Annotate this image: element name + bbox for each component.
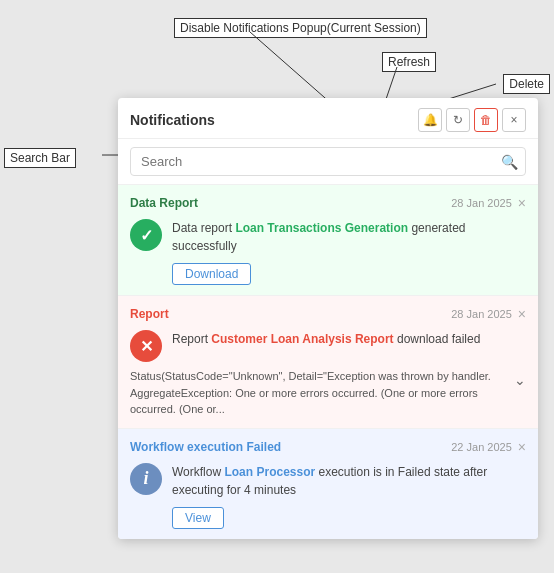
search-input-wrap: 🔍 xyxy=(130,147,526,176)
notif-detail-row: Status(StatusCode="Unknown", Detail="Exc… xyxy=(130,368,526,418)
notif-category-info: Workflow execution Failed xyxy=(130,440,281,454)
notif-header-success: Data Report 28 Jan 2025 × xyxy=(130,195,526,211)
delete-button[interactable]: 🗑 xyxy=(474,108,498,132)
notif-category-error: Report xyxy=(130,307,169,321)
refresh-button[interactable]: ↻ xyxy=(446,108,470,132)
notif-detail-text: Status(StatusCode="Unknown", Detail="Exc… xyxy=(130,368,514,418)
notif-body-info: i Workflow Loan Processor execution is i… xyxy=(130,463,526,529)
notif-highlight-info: Loan Processor xyxy=(224,465,315,479)
notif-content-success: Data report Loan Transactions Generation… xyxy=(172,219,526,285)
annotation-search-bar: Search Bar xyxy=(4,148,76,168)
notif-body-success: ✓ Data report Loan Transactions Generati… xyxy=(130,219,526,285)
notif-icon-info: i xyxy=(130,463,162,495)
search-icon: 🔍 xyxy=(501,154,518,170)
annotation-disable-popup: Disable Notifications Popup(Current Sess… xyxy=(174,18,427,38)
notif-highlight-error: Customer Loan Analysis Report xyxy=(211,332,393,346)
panel-header: Notifications 🔔 ↻ 🗑 × xyxy=(118,98,538,139)
download-button[interactable]: Download xyxy=(172,263,251,285)
notif-body-error: ✕ Report Customer Loan Analysis Report d… xyxy=(130,330,526,362)
annotation-refresh: Refresh xyxy=(382,52,436,72)
notif-close-info[interactable]: × xyxy=(518,439,526,455)
notif-actions-success: Download xyxy=(172,263,526,285)
close-button[interactable]: × xyxy=(502,108,526,132)
notif-text-info: Workflow Loan Processor execution is in … xyxy=(172,463,526,499)
notification-item-success: Data Report 28 Jan 2025 × ✓ Data report … xyxy=(118,184,538,295)
notif-close-error[interactable]: × xyxy=(518,306,526,322)
notif-date-text-error: 28 Jan 2025 xyxy=(451,308,512,320)
notif-date-error: 28 Jan 2025 × xyxy=(451,306,526,322)
notif-header-error: Report 28 Jan 2025 × xyxy=(130,306,526,322)
expand-button[interactable]: ⌄ xyxy=(514,372,526,388)
notification-item-info: Workflow execution Failed 22 Jan 2025 × … xyxy=(118,428,538,539)
notification-item-error: Report 28 Jan 2025 × ✕ Report Customer L… xyxy=(118,295,538,428)
bell-button[interactable]: 🔔 xyxy=(418,108,442,132)
notif-highlight-success: Loan Transactions Generation xyxy=(235,221,408,235)
notif-icon-error: ✕ xyxy=(130,330,162,362)
annotation-delete: Delete xyxy=(503,74,550,94)
notif-icon-success: ✓ xyxy=(130,219,162,251)
notif-close-success[interactable]: × xyxy=(518,195,526,211)
notif-date-info: 22 Jan 2025 × xyxy=(451,439,526,455)
header-actions: 🔔 ↻ 🗑 × xyxy=(418,108,526,132)
notif-content-info: Workflow Loan Processor execution is in … xyxy=(172,463,526,529)
notif-content-error: Report Customer Loan Analysis Report dow… xyxy=(172,330,526,348)
search-area: 🔍 xyxy=(118,139,538,184)
notif-text-error: Report Customer Loan Analysis Report dow… xyxy=(172,330,526,348)
notifications-panel: Notifications 🔔 ↻ 🗑 × 🔍 Data Report 28 J… xyxy=(118,98,538,539)
search-input[interactable] xyxy=(130,147,526,176)
notif-actions-info: View xyxy=(172,507,526,529)
notif-date-text-success: 28 Jan 2025 xyxy=(451,197,512,209)
notif-date-text-info: 22 Jan 2025 xyxy=(451,441,512,453)
notif-category-success: Data Report xyxy=(130,196,198,210)
view-button[interactable]: View xyxy=(172,507,224,529)
notif-date-success: 28 Jan 2025 × xyxy=(451,195,526,211)
notif-header-info: Workflow execution Failed 22 Jan 2025 × xyxy=(130,439,526,455)
notif-text-success: Data report Loan Transactions Generation… xyxy=(172,219,526,255)
panel-title: Notifications xyxy=(130,112,215,128)
